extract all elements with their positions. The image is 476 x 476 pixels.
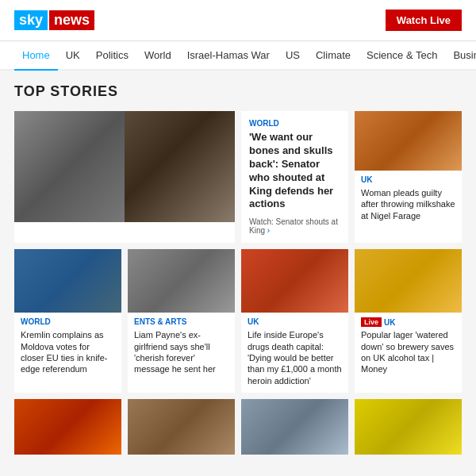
- nav-item-us[interactable]: US: [278, 41, 308, 69]
- main-nav: Home UK Politics World Israel-Hamas War …: [0, 41, 476, 71]
- watch-live-button[interactable]: Watch Live: [386, 10, 462, 31]
- row3-card-4-image: [355, 399, 462, 455]
- article-category: World: [249, 119, 340, 128]
- nav-item-israel[interactable]: Israel-Hamas War: [179, 41, 278, 69]
- row2-card-2-image: [128, 249, 235, 313]
- nav-item-climate[interactable]: Climate: [308, 41, 359, 69]
- nav-item-science[interactable]: Science & Tech: [359, 41, 445, 69]
- row2-card-4-tags: Live UK: [361, 317, 455, 327]
- row2-card-1[interactable]: World Kremlin complains as Moldova votes…: [14, 249, 121, 392]
- nav-item-uk[interactable]: UK: [58, 41, 88, 69]
- nav-item-politics[interactable]: Politics: [88, 41, 136, 69]
- row3: [14, 399, 462, 455]
- row2-card-4-headline: Popular lager 'watered down' so brewery …: [361, 329, 455, 374]
- logo-news: news: [49, 10, 94, 30]
- row2-card-2[interactable]: Ents & Arts Liam Payne's ex-girlfriend s…: [128, 249, 235, 392]
- row3-card-3-image: [241, 399, 348, 455]
- row3-card-4[interactable]: [355, 399, 462, 455]
- row2-card-2-body: Ents & Arts Liam Payne's ex-girlfriend s…: [128, 313, 235, 381]
- row2-card-2-category: Ents & Arts: [134, 317, 228, 326]
- row2-card-1-body: World Kremlin complains as Moldova votes…: [14, 313, 121, 381]
- row3-card-1[interactable]: [14, 399, 121, 455]
- row3-card-3[interactable]: [241, 399, 348, 455]
- logo[interactable]: sky news: [14, 10, 94, 30]
- row2-card-3[interactable]: UK Life inside Europe's drugs death capi…: [241, 249, 348, 392]
- article-card[interactable]: World 'We want our bones and skulls back…: [241, 111, 348, 243]
- right-card-headline: Woman pleads guilty after throwing milks…: [361, 187, 455, 221]
- nav-item-home[interactable]: Home: [14, 41, 58, 71]
- row2: World Kremlin complains as Moldova votes…: [14, 249, 462, 392]
- row2-card-2-headline: Liam Payne's ex-girlfriend says she'll '…: [134, 329, 228, 374]
- nav-item-world[interactable]: World: [136, 41, 179, 69]
- right-card[interactable]: UK Woman pleads guilty after throwing mi…: [355, 111, 462, 243]
- featured-card[interactable]: [14, 111, 235, 243]
- right-card-category: UK: [361, 175, 455, 184]
- row3-card-1-image: [14, 399, 121, 455]
- right-card-body: UK Woman pleads guilty after throwing mi…: [355, 171, 462, 226]
- row3-card-2[interactable]: [128, 399, 235, 455]
- article-read-more[interactable]: Watch: Senator shouts at King ›: [249, 217, 340, 235]
- article-headline: 'We want our bones and skulls back': Sen…: [249, 131, 340, 211]
- header: sky news Watch Live: [0, 0, 476, 41]
- right-card-image: [355, 111, 462, 171]
- featured-image-left: [14, 111, 125, 222]
- read-more-arrow: ›: [267, 226, 270, 235]
- section-title: Top Stories: [14, 83, 462, 100]
- row2-card-3-body: UK Life inside Europe's drugs death capi…: [241, 313, 348, 392]
- row2-card-3-image: [241, 249, 348, 313]
- row2-card-4[interactable]: Live UK Popular lager 'watered down' so …: [355, 249, 462, 392]
- read-more-text: Watch: Senator shouts at King: [249, 217, 338, 235]
- row2-card-4-category: UK: [384, 318, 395, 327]
- row3-card-2-image: [128, 399, 235, 455]
- row2-card-1-image: [14, 249, 121, 313]
- main-content: Top Stories World 'We want our bones and…: [0, 71, 476, 467]
- row2-card-1-category: World: [21, 317, 115, 326]
- row2-card-4-body: Live UK Popular lager 'watered down' so …: [355, 313, 462, 381]
- live-badge: Live: [361, 317, 382, 327]
- featured-image-right: [125, 111, 235, 222]
- row2-card-3-category: UK: [248, 317, 342, 326]
- row2-card-1-headline: Kremlin complains as Moldova votes for c…: [21, 329, 115, 374]
- logo-sky: sky: [14, 10, 48, 30]
- row2-card-3-headline: Life inside Europe's drugs death capital…: [248, 329, 342, 386]
- nav-item-business[interactable]: Business: [445, 41, 476, 69]
- row2-card-4-image: [355, 249, 462, 313]
